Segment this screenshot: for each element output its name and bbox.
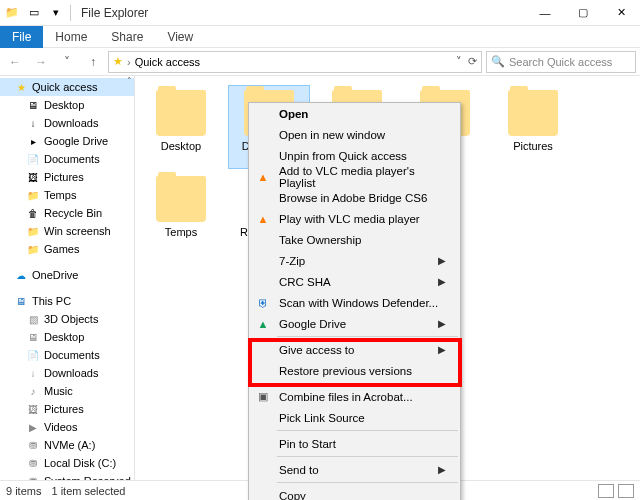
context-menu-item[interactable]: Give access to▶	[249, 339, 460, 360]
tab-file[interactable]: File	[0, 26, 43, 48]
close-button[interactable]: ✕	[602, 0, 640, 26]
window-title: File Explorer	[81, 6, 526, 20]
sidebar-item[interactable]: 📄Documents	[0, 150, 134, 168]
folder-icon	[156, 90, 206, 136]
minimize-button[interactable]: —	[526, 0, 564, 26]
file-item[interactable]: Pictures	[493, 86, 573, 168]
qat-dropdown-icon[interactable]: ▾	[48, 5, 64, 21]
nav-forward-button[interactable]: →	[30, 51, 52, 73]
menu-item-label: Pin to Start	[279, 438, 336, 450]
context-menu-item[interactable]: Restore previous versions	[249, 360, 460, 381]
sidebar-item-label: This PC	[32, 295, 71, 307]
sidebar-item[interactable]: ▶Videos	[0, 418, 134, 436]
breadcrumb[interactable]: ★ › Quick access ˅ ⟳	[108, 51, 482, 73]
item-icon: ▶	[26, 420, 40, 434]
sidebar-item[interactable]: ▸Google Drive	[0, 132, 134, 150]
item-icon: 🖥	[26, 98, 40, 112]
status-selected-count: 1 item selected	[51, 485, 125, 497]
sidebar-item[interactable]: 🗑Recycle Bin	[0, 204, 134, 222]
view-large-button[interactable]	[618, 484, 634, 498]
nav-up-button[interactable]: ↑	[82, 51, 104, 73]
checkbox-icon[interactable]: ▭	[26, 5, 42, 21]
sidebar-item[interactable]: ↓Downloads	[0, 114, 134, 132]
context-menu-item[interactable]: 7-Zip▶	[249, 250, 460, 271]
sidebar-item-label: Music	[44, 385, 73, 397]
cloud-icon: ☁	[14, 268, 28, 282]
context-menu-item[interactable]: ▲Play with VLC media player	[249, 208, 460, 229]
context-menu-item[interactable]: ▲Google Drive▶	[249, 313, 460, 334]
sidebar-item[interactable]: ⛃NVMe (A:)	[0, 436, 134, 454]
menu-item-label: 7-Zip	[279, 255, 305, 267]
chevron-right-icon: ▶	[438, 464, 446, 475]
sidebar-item[interactable]: 🖥Desktop	[0, 328, 134, 346]
menu-separator	[277, 383, 458, 384]
context-menu-item[interactable]: ▣Combine files in Acrobat...	[249, 386, 460, 407]
context-menu-item[interactable]: Unpin from Quick access	[249, 145, 460, 166]
sidebar-item[interactable]: ♪Music	[0, 382, 134, 400]
context-menu-item[interactable]: Open	[249, 103, 460, 124]
refresh-button[interactable]: ⟳	[468, 55, 477, 68]
item-icon: ▸	[26, 134, 40, 148]
sidebar-item-label: Games	[44, 243, 79, 255]
menu-item-label: Restore previous versions	[279, 365, 412, 377]
item-icon: 🖥	[26, 330, 40, 344]
sidebar-item[interactable]: ↓Downloads	[0, 364, 134, 382]
sidebar-item[interactable]: 📁Games	[0, 240, 134, 258]
sidebar-item[interactable]: 🖼Pictures	[0, 400, 134, 418]
menu-item-label: Play with VLC media player	[279, 213, 420, 225]
context-menu-item[interactable]: Take Ownership	[249, 229, 460, 250]
chevron-down-icon[interactable]: ˅	[456, 55, 462, 68]
view-details-button[interactable]	[598, 484, 614, 498]
search-input[interactable]: 🔍 Search Quick access	[486, 51, 636, 73]
menu-item-icon: ⛨	[255, 295, 271, 311]
context-menu-item[interactable]: Pin to Start	[249, 433, 460, 454]
sidebar-item[interactable]: 📄Documents	[0, 346, 134, 364]
sidebar-item[interactable]: ⛃Local Disk (C:)	[0, 454, 134, 472]
context-menu-item[interactable]: ⛨Scan with Windows Defender...	[249, 292, 460, 313]
file-item[interactable]: Desktop	[141, 86, 221, 168]
menu-item-label: CRC SHA	[279, 276, 331, 288]
chevron-right-icon: ▶	[438, 318, 446, 329]
menu-item-label: Add to VLC media player's Playlist	[279, 165, 446, 189]
context-menu-item[interactable]: CRC SHA▶	[249, 271, 460, 292]
sidebar-this-pc[interactable]: 🖥 This PC	[0, 292, 134, 310]
tab-home[interactable]: Home	[43, 26, 99, 48]
titlebar: 📁 ▭ ▾ File Explorer — ▢ ✕	[0, 0, 640, 26]
sidebar-item-label: Temps	[44, 189, 76, 201]
sidebar-quick-access[interactable]: ★ Quick access	[0, 78, 134, 96]
item-icon: ⛃	[26, 474, 40, 480]
context-menu-item[interactable]: Copy	[249, 485, 460, 500]
sidebar-item[interactable]: 🖥Desktop	[0, 96, 134, 114]
sidebar-item[interactable]: 📁Win screensh	[0, 222, 134, 240]
file-label: Desktop	[161, 140, 201, 152]
sidebar-item[interactable]: 🖼Pictures	[0, 168, 134, 186]
sidebar-item-label: Local Disk (C:)	[44, 457, 116, 469]
context-menu-item[interactable]: Send to▶	[249, 459, 460, 480]
sidebar-item-label: Downloads	[44, 117, 98, 129]
sidebar-onedrive[interactable]: ☁ OneDrive	[0, 266, 134, 284]
tab-share[interactable]: Share	[99, 26, 155, 48]
chevron-right-icon: ▶	[438, 276, 446, 287]
sidebar-item[interactable]: ⛃System Reserved	[0, 472, 134, 480]
sidebar-item-label: 3D Objects	[44, 313, 98, 325]
menu-item-icon: ▲	[255, 211, 271, 227]
item-icon: 📄	[26, 348, 40, 362]
maximize-button[interactable]: ▢	[564, 0, 602, 26]
file-label: Temps	[165, 226, 197, 238]
item-icon: 📁	[26, 188, 40, 202]
file-item[interactable]: Temps	[141, 172, 221, 254]
context-menu-item[interactable]: Open in new window	[249, 124, 460, 145]
nav-back-button[interactable]: ←	[4, 51, 26, 73]
context-menu-item[interactable]: Pick Link Source	[249, 407, 460, 428]
nav-recent-button[interactable]: ˅	[56, 51, 78, 73]
tab-view[interactable]: View	[155, 26, 205, 48]
item-icon: 🖼	[26, 170, 40, 184]
sidebar-item[interactable]: 📁Temps	[0, 186, 134, 204]
sidebar-item-label: NVMe (A:)	[44, 439, 95, 451]
star-icon: ★	[14, 80, 28, 94]
chevron-up-icon[interactable]: ˄	[127, 76, 132, 86]
context-menu-item[interactable]: Browse in Adobe Bridge CS6	[249, 187, 460, 208]
context-menu-item[interactable]: ▲Add to VLC media player's Playlist	[249, 166, 460, 187]
sidebar-item-label: Recycle Bin	[44, 207, 102, 219]
sidebar-item[interactable]: ▧3D Objects	[0, 310, 134, 328]
